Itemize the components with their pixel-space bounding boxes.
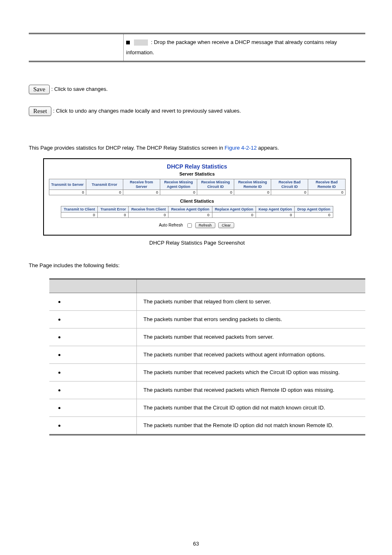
client-cell: 0 bbox=[295, 213, 333, 218]
table-row: The packets number that received packets… bbox=[49, 346, 365, 364]
dhcp-relay-statistics-screenshot: DHCP Relay Statistics Server Statistics … bbox=[43, 158, 351, 236]
field-description: The packets number that relayed from cli… bbox=[137, 293, 366, 311]
field-description: The packets number that the Circuit ID o… bbox=[137, 399, 366, 417]
server-col-header: Transmit to Server bbox=[49, 179, 86, 190]
server-col-header: Receive Bad Remote ID bbox=[308, 179, 345, 190]
client-cell: 0 bbox=[168, 213, 212, 218]
client-col-header: Transmit to Client bbox=[61, 206, 98, 213]
server-stats-table: Transmit to ServerTransmit ErrorReceive … bbox=[49, 179, 346, 195]
client-stats-subtitle: Client Statistics bbox=[49, 199, 346, 204]
field-bullet-cell bbox=[49, 293, 137, 311]
intro-paragraph: This Page provides statistics for DHCP r… bbox=[29, 145, 365, 151]
field-description: The packets number that received packets… bbox=[137, 328, 366, 346]
server-cell: 0 bbox=[234, 190, 271, 195]
table-row: The packets number that the Remote ID op… bbox=[49, 417, 365, 435]
server-cell: 0 bbox=[271, 190, 308, 195]
drop-chip bbox=[134, 39, 148, 46]
server-col-header: Receive Bad Circuit ID bbox=[271, 179, 308, 190]
field-bullet-cell bbox=[49, 417, 137, 435]
server-col-header: Receive from Server bbox=[123, 179, 160, 190]
server-col-header: Receive Missing Circuit ID bbox=[197, 179, 234, 190]
field-bullet-cell bbox=[49, 311, 137, 328]
drop-text: : Drop the package when receive a DHCP m… bbox=[126, 39, 337, 56]
fields-intro: The Page includes the following fields: bbox=[29, 262, 365, 268]
reset-button[interactable]: Reset bbox=[29, 106, 51, 116]
field-bullet-cell bbox=[49, 364, 137, 382]
client-col-header: Transmit Error bbox=[98, 206, 129, 213]
field-description: The packets number that errors sending p… bbox=[137, 311, 366, 328]
client-cell: 0 bbox=[212, 213, 256, 218]
shot-title: DHCP Relay Statistics bbox=[49, 163, 346, 170]
field-bullet-cell bbox=[49, 382, 137, 399]
client-col-header: Receive Agent Option bbox=[168, 206, 212, 213]
clear-button[interactable]: Clear bbox=[218, 222, 235, 228]
figure-link[interactable]: Figure 4-2-12 bbox=[225, 145, 257, 151]
field-bullet-cell bbox=[49, 346, 137, 364]
auto-refresh-checkbox[interactable] bbox=[187, 223, 192, 228]
server-cell: 0 bbox=[86, 190, 123, 195]
bullet-icon bbox=[58, 407, 60, 409]
bullet-icon bbox=[58, 301, 60, 303]
bullet-icon bbox=[58, 354, 60, 356]
server-cell: 0 bbox=[197, 190, 234, 195]
client-cell: 0 bbox=[129, 213, 168, 218]
field-bullet-cell bbox=[49, 399, 137, 417]
fields-table: The packets number that relayed from cli… bbox=[49, 278, 365, 435]
page-number: 63 bbox=[0, 541, 392, 547]
client-cell: 0 bbox=[61, 213, 98, 218]
screenshot-caption: DHCP Relay Statistics Page Screenshot bbox=[29, 240, 365, 246]
auto-refresh-label: Auto Refresh bbox=[159, 223, 183, 227]
bullet-icon bbox=[58, 425, 60, 427]
client-stats-table: Transmit to ClientTransmit ErrorReceive … bbox=[61, 206, 333, 218]
relay-policy-table: : Drop the package when receive a DHCP m… bbox=[29, 33, 365, 62]
server-col-header: Receive Missing Agent Option bbox=[160, 179, 197, 190]
field-bullet-cell bbox=[49, 328, 137, 346]
server-stats-subtitle: Server Statistics bbox=[49, 171, 346, 176]
client-col-header: Drop Agent Option bbox=[295, 206, 333, 213]
table-row: The packets number that errors sending p… bbox=[49, 311, 365, 328]
client-col-header: Replace Agent Option bbox=[212, 206, 256, 213]
field-description: The packets number that received packets… bbox=[137, 346, 366, 364]
client-col-header: Keep Agent Option bbox=[256, 206, 295, 213]
client-col-header: Receive from Client bbox=[129, 206, 168, 213]
table-row: The packets number that received packets… bbox=[49, 382, 365, 399]
server-cell: 0 bbox=[160, 190, 197, 195]
square-bullet-icon bbox=[126, 41, 130, 44]
table-row: The packets number that the Circuit ID o… bbox=[49, 399, 365, 417]
server-cell: 0 bbox=[308, 190, 345, 195]
bullet-icon bbox=[58, 389, 60, 391]
table-row: The packets number that received packets… bbox=[49, 364, 365, 382]
server-cell: 0 bbox=[123, 190, 160, 195]
bullet-icon bbox=[58, 372, 60, 374]
client-cell: 0 bbox=[256, 213, 295, 218]
field-description: The packets number that the Remote ID op… bbox=[137, 417, 366, 435]
save-help-text: : Click to save changes. bbox=[51, 86, 108, 92]
table-row: The packets number that received packets… bbox=[49, 328, 365, 346]
bullet-icon bbox=[58, 336, 60, 338]
field-description: The packets number that received packets… bbox=[137, 382, 366, 399]
server-col-header: Transmit Error bbox=[86, 179, 123, 190]
server-cell: 0 bbox=[49, 190, 86, 195]
server-col-header: Receive Missing Remote ID bbox=[234, 179, 271, 190]
field-description: The packets number that received packets… bbox=[137, 364, 366, 382]
bullet-icon bbox=[58, 319, 60, 321]
table-row: The packets number that relayed from cli… bbox=[49, 293, 365, 311]
refresh-button[interactable]: Refresh bbox=[195, 222, 216, 228]
save-button[interactable]: Save bbox=[29, 85, 50, 94]
reset-help-text: : Click to undo any changes made locally… bbox=[53, 108, 241, 114]
client-cell: 0 bbox=[98, 213, 129, 218]
